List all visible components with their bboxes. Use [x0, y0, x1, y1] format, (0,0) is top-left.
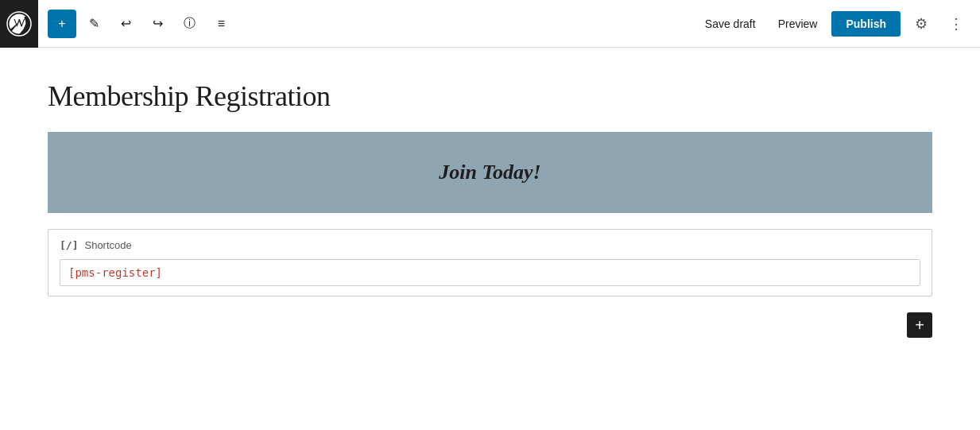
shortcode-input[interactable] [60, 259, 920, 286]
save-draft-button[interactable]: Save draft [697, 13, 764, 35]
toolbar: + ✎ ↩ ↪ ⓘ ≡ Save draft Preview Publish ⚙ [0, 0, 980, 48]
list-icon: ≡ [218, 17, 224, 31]
shortcode-icon: [/] [60, 239, 78, 251]
add-block-toolbar-button[interactable]: + [48, 10, 76, 38]
plus-icon: + [58, 17, 65, 31]
toolbar-right: Save draft Preview Publish ⚙ ⋮ [697, 10, 970, 38]
preview-label: Preview [778, 17, 818, 30]
save-draft-label: Save draft [705, 17, 756, 30]
add-block-bottom-button[interactable]: + [907, 312, 932, 338]
info-button[interactable]: ⓘ [175, 10, 203, 38]
undo-button[interactable]: ↩ [111, 10, 140, 38]
info-icon: ⓘ [184, 16, 196, 31]
wp-logo[interactable] [0, 0, 38, 48]
page-title[interactable]: Membership Registration [48, 79, 932, 113]
plus-icon: + [915, 317, 924, 333]
banner-block[interactable]: Join Today! [48, 132, 932, 213]
shortcode-block: [/] Shortcode [48, 229, 932, 296]
publish-button[interactable]: Publish [831, 11, 901, 37]
redo-button[interactable]: ↪ [143, 10, 172, 38]
content-area: Membership Registration Join Today! [/] … [0, 48, 980, 430]
add-block-row: + [48, 312, 932, 338]
publish-label: Publish [846, 17, 886, 30]
gear-icon: ⚙ [915, 15, 928, 33]
list-view-button[interactable]: ≡ [207, 10, 235, 38]
shortcode-label: Shortcode [84, 239, 131, 251]
undo-icon: ↩ [121, 16, 131, 31]
more-options-button[interactable]: ⋮ [942, 10, 970, 38]
settings-button[interactable]: ⚙ [907, 10, 935, 38]
ellipsis-vertical-icon: ⋮ [949, 15, 963, 33]
banner-text: Join Today! [439, 161, 540, 184]
preview-button[interactable]: Preview [770, 13, 826, 35]
edit-tools-button[interactable]: ✎ [79, 10, 108, 38]
shortcode-header: [/] Shortcode [60, 239, 920, 251]
redo-icon: ↪ [153, 16, 163, 31]
pencil-icon: ✎ [89, 16, 99, 31]
